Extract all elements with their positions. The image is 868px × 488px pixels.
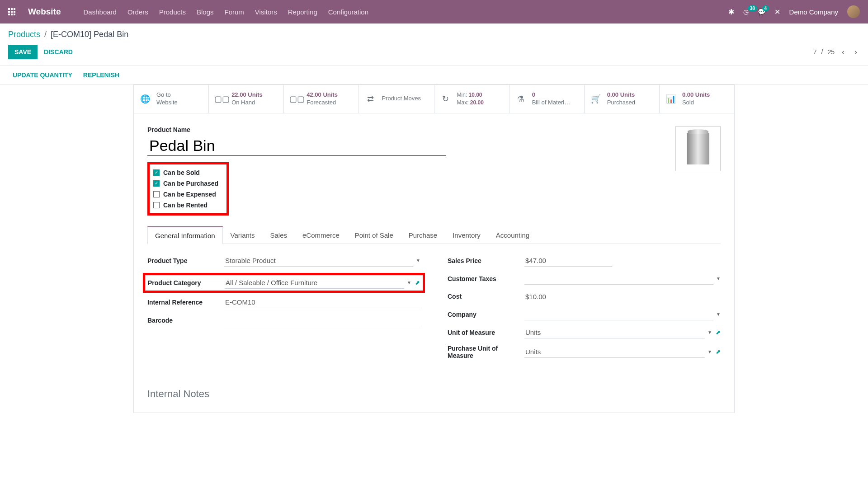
nav-dashboard[interactable]: Dashboard (84, 8, 117, 16)
external-link-icon[interactable]: ⬈ (415, 279, 420, 286)
tab-general[interactable]: General Information (147, 226, 223, 244)
chat-badge[interactable]: 💬 4 (758, 8, 765, 15)
row-barcode: Barcode (147, 314, 420, 326)
replenish-button[interactable]: REPLENISH (83, 71, 119, 79)
nav-blogs[interactable]: Blogs (197, 8, 214, 16)
external-link-icon[interactable]: ⬈ (716, 348, 721, 355)
stat-strip: 🌐 Go toWebsite ▢▢ 22.00 UnitsOn Hand ▢▢ … (133, 84, 735, 113)
discard-button[interactable]: DISCARD (38, 45, 79, 59)
form-area: Product Name ✓Can be Sold ✓Can be Purcha… (133, 113, 735, 413)
breadcrumb-sep: / (44, 30, 47, 39)
stat-forecast[interactable]: ▢▢ 42.00 UnitsForecasted (284, 85, 359, 113)
nav-configuration[interactable]: Configuration (328, 8, 368, 16)
tabs: General Information Variants Sales eComm… (147, 226, 721, 244)
check-expensed[interactable]: Can be Expensed (153, 189, 224, 200)
nav-orders[interactable]: Orders (127, 8, 148, 16)
pager-sep: / (821, 48, 823, 56)
arrows-icon: ⇄ (364, 94, 376, 104)
stat-onhand[interactable]: ▢▢ 22.00 UnitsOn Hand (209, 85, 284, 113)
avatar[interactable] (847, 5, 860, 18)
tab-purchase[interactable]: Purchase (401, 226, 445, 244)
globe-icon: 🌐 (139, 94, 151, 104)
caret-icon: ▼ (716, 276, 721, 281)
stat-moves[interactable]: ⇄ Product Moves (359, 85, 434, 113)
bin-image (687, 133, 709, 164)
pager-total: 25 (827, 48, 835, 56)
nav-reporting[interactable]: Reporting (288, 8, 317, 16)
bug-icon[interactable]: ✱ (728, 8, 734, 16)
subaction-row: UPDATE QUANTITY REPLENISH (0, 66, 868, 84)
breadcrumb-bar: Products / [E-COM10] Pedal Bin (0, 23, 868, 41)
brand-title[interactable]: Website (28, 7, 61, 17)
check-sold[interactable]: ✓Can be Sold (153, 167, 224, 178)
internal-ref-input[interactable] (224, 296, 420, 308)
tab-pos[interactable]: Point of Sale (347, 226, 401, 244)
pager-prev-icon[interactable]: ‹ (839, 47, 847, 57)
tab-sales[interactable]: Sales (263, 226, 295, 244)
update-quantity-button[interactable]: UPDATE QUANTITY (13, 71, 72, 79)
boxes-icon: ▢▢ (289, 94, 301, 104)
caret-icon: ▼ (708, 330, 712, 335)
save-button[interactable]: SAVE (8, 45, 38, 59)
timer-badge[interactable]: ◷ 38 (743, 8, 749, 15)
company-name[interactable]: Demo Company (789, 8, 838, 16)
close-icon[interactable]: ✕ (774, 8, 780, 16)
tab-ecommerce[interactable]: eCommerce (295, 226, 347, 244)
breadcrumb-current: [E-COM10] Pedal Bin (51, 30, 128, 39)
external-link-icon[interactable]: ⬈ (716, 329, 721, 336)
row-company: Company ▼ (448, 309, 721, 320)
row-product-category-highlight: Product Category ▼ ⬈ (143, 273, 425, 293)
row-product-type: Product Type ▼ (147, 255, 420, 267)
sales-price-input[interactable] (524, 255, 612, 267)
product-thumbnail[interactable] (675, 126, 721, 171)
row-internal-ref: Internal Reference (147, 296, 420, 308)
pager: 7 / 25 ‹ › (813, 47, 860, 57)
stat-website[interactable]: 🌐 Go toWebsite (134, 85, 209, 113)
stat-purchased[interactable]: 🛒 0.00 UnitsPurchased (585, 85, 660, 113)
customer-taxes-select[interactable]: ▼ (524, 273, 721, 285)
uom-select[interactable]: ▼ (524, 327, 712, 338)
stat-minmax[interactable]: ↻ Min: 10.00Max: 20.00 (434, 85, 509, 113)
pager-next-icon[interactable]: › (852, 47, 860, 57)
product-name-input[interactable] (147, 136, 446, 156)
cost-input[interactable] (524, 291, 612, 302)
cart-icon: 🛒 (590, 94, 602, 104)
caret-icon: ▼ (708, 349, 712, 354)
nav-products[interactable]: Products (159, 8, 186, 16)
row-cost: Cost (448, 291, 721, 302)
refresh-icon: ↻ (440, 94, 452, 104)
checkbox-icon (153, 202, 160, 208)
tab-accounting[interactable]: Accounting (488, 226, 537, 244)
stat-bom[interactable]: ⚗ 0Bill of Materi… (509, 85, 585, 113)
nav-forum[interactable]: Forum (224, 8, 244, 16)
nav-right: ✱ ◷ 38 💬 4 ✕ Demo Company (728, 5, 860, 18)
barcode-input[interactable] (224, 314, 420, 326)
row-uom: Unit of Measure ▼ ⬈ (448, 327, 721, 338)
stat-sold[interactable]: 📊 0.00 UnitsSold (660, 85, 734, 113)
nav-links: Dashboard Orders Products Blogs Forum Vi… (84, 8, 369, 16)
product-name-label: Product Name (147, 126, 721, 133)
chat-count: 4 (762, 5, 769, 11)
pager-current: 7 (813, 48, 817, 56)
caret-icon: ▼ (407, 280, 411, 285)
action-row: SAVE DISCARD 7 / 25 ‹ › (0, 41, 868, 66)
product-type-select[interactable]: ▼ (224, 255, 420, 267)
flask-icon: ⚗ (515, 94, 527, 104)
row-puom: Purchase Unit of Measure ▼ ⬈ (448, 345, 721, 359)
tab-variants[interactable]: Variants (223, 226, 263, 244)
checkbox-icon: ✓ (153, 180, 160, 187)
apps-grid-icon[interactable] (8, 8, 15, 15)
product-category-select[interactable]: ▼ (225, 277, 411, 289)
caret-icon: ▼ (716, 312, 721, 317)
tab-inventory[interactable]: Inventory (445, 226, 488, 244)
company-select[interactable]: ▼ (524, 309, 721, 320)
checkbox-icon: ✓ (153, 169, 160, 176)
breadcrumb-root[interactable]: Products (8, 30, 40, 39)
check-rented[interactable]: Can be Rented (153, 200, 224, 211)
nav-visitors[interactable]: Visitors (255, 8, 277, 16)
boxes-icon: ▢▢ (214, 94, 226, 104)
puom-select[interactable]: ▼ (524, 346, 712, 358)
check-purchased[interactable]: ✓Can be Purchased (153, 178, 224, 189)
timer-count: 38 (748, 5, 757, 11)
row-customer-taxes: Customer Taxes ▼ (448, 273, 721, 285)
